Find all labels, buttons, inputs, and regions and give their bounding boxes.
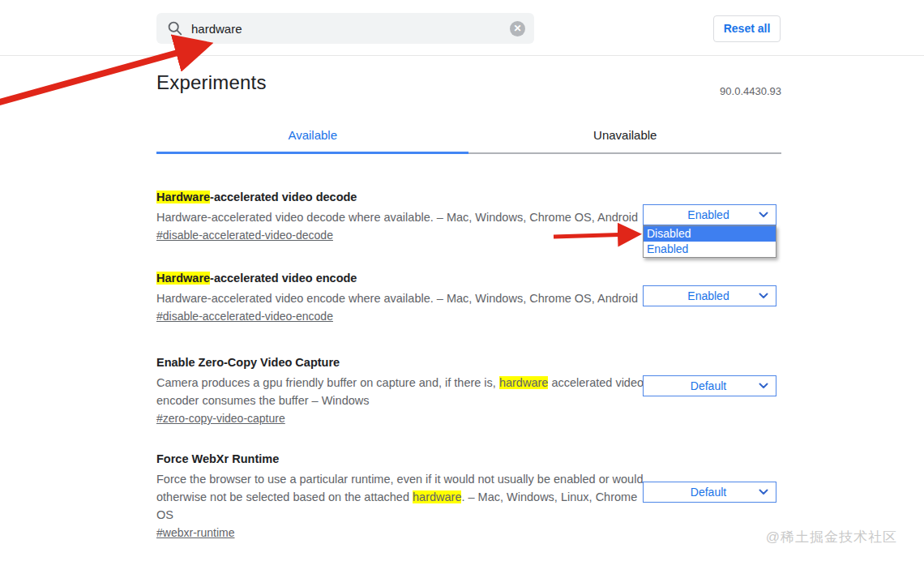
- select-value: Enabled: [644, 208, 759, 221]
- desc-text: Hardware-accelerated video encode where …: [156, 292, 638, 305]
- flag-title: Force WebXr Runtime: [156, 451, 652, 467]
- page-title: Experiments: [156, 71, 267, 94]
- flag-description: Hardware-accelerated video encode where …: [156, 289, 652, 307]
- tab-unavailable[interactable]: Unavailable: [469, 122, 782, 154]
- tab-available[interactable]: Available: [156, 122, 469, 154]
- flag-title: Enable Zero-Copy Video Capture: [156, 354, 652, 370]
- search-input[interactable]: [191, 22, 510, 36]
- flag-permalink[interactable]: #disable-accelerated-video-decode: [156, 229, 333, 242]
- flag-description: Camera produces a gpu friendly buffer on…: [156, 374, 652, 409]
- chevron-down-icon: [759, 489, 768, 495]
- flag-search-bar[interactable]: ✕: [156, 13, 534, 44]
- flag-row-zero-copy-capture: Enable Zero-Copy Video Capture Camera pr…: [156, 354, 652, 426]
- reset-all-button[interactable]: Reset all: [713, 15, 781, 42]
- header-bar: ✕ Reset all: [0, 0, 924, 56]
- dropdown-option-disabled[interactable]: Disabled: [644, 226, 776, 242]
- search-icon: [167, 20, 183, 36]
- title-highlight: Hardware: [156, 272, 210, 285]
- flag-row-video-encode: Hardware-accelerated video encode Hardwa…: [156, 270, 652, 323]
- active-tab-underline: [156, 152, 468, 154]
- title-text: Force WebXr Runtime: [156, 452, 279, 465]
- title-highlight: Hardware: [156, 191, 210, 203]
- flag-row-video-decode: Hardware-accelerated video decode Hardwa…: [156, 189, 652, 242]
- flag-description: Hardware-accelerated video decode where …: [156, 208, 652, 226]
- desc-text: Hardware-accelerated video decode where …: [156, 211, 638, 224]
- flag-select-webxr[interactable]: Default: [643, 482, 776, 503]
- clear-search-icon[interactable]: ✕: [510, 21, 525, 36]
- select-value: Enabled: [644, 289, 759, 302]
- title-text: -accelerated video encode: [210, 272, 357, 285]
- title-text: Enable Zero-Copy Video Capture: [156, 356, 340, 369]
- chrome-flags-page: ✕ Reset all Experiments 90.0.4430.93 Ava…: [0, 0, 924, 561]
- chevron-down-icon: [759, 293, 768, 299]
- flag-select-video-decode[interactable]: Enabled: [643, 204, 776, 225]
- tab-bar: Available Unavailable: [156, 122, 781, 154]
- flag-select-zero-copy[interactable]: Default: [643, 375, 776, 396]
- flag-title: Hardware-accelerated video encode: [156, 270, 652, 286]
- chevron-down-icon: [759, 383, 768, 389]
- desc-highlight: hardware: [499, 376, 548, 389]
- flag-permalink[interactable]: #webxr-runtime: [156, 526, 234, 539]
- select-value: Default: [644, 379, 759, 392]
- chevron-down-icon: [759, 212, 768, 218]
- flag-select-video-encode[interactable]: Enabled: [643, 285, 776, 306]
- dropdown-option-enabled[interactable]: Enabled: [644, 242, 776, 257]
- select-value: Default: [644, 486, 759, 499]
- version-number: 90.0.4430.93: [720, 85, 781, 97]
- flag-title: Hardware-accelerated video decode: [156, 189, 652, 205]
- desc-highlight: hardware: [413, 490, 461, 503]
- desc-text: Camera produces a gpu friendly buffer on…: [156, 376, 499, 389]
- flag-permalink[interactable]: #disable-accelerated-video-encode: [156, 310, 333, 323]
- flag-permalink[interactable]: #zero-copy-video-capture: [156, 412, 285, 425]
- inactive-tab-underline: [468, 152, 781, 154]
- watermark: @稀土掘金技术社区: [766, 528, 897, 546]
- flag-description: Force the browser to use a particular ru…: [156, 470, 652, 524]
- title-text: -accelerated video decode: [210, 191, 357, 203]
- select-dropdown-menu: Disabled Enabled: [643, 225, 776, 258]
- flag-row-webxr-runtime: Force WebXr Runtime Force the browser to…: [156, 451, 652, 540]
